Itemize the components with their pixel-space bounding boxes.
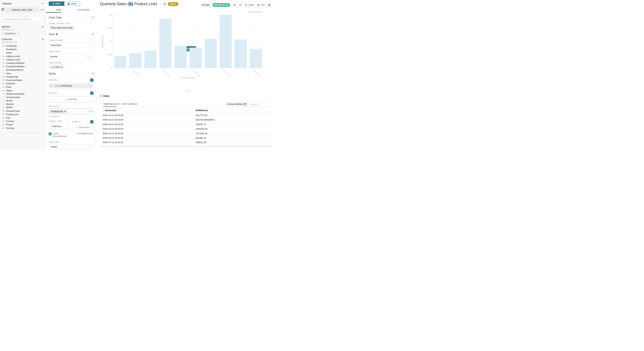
table-scrollbar[interactable] [100, 146, 273, 147]
data-search-input[interactable] [249, 102, 271, 107]
copy-link-button[interactable] [232, 2, 237, 8]
group-by-select[interactable]: ProductLine ✕ ✕ [49, 108, 94, 114]
add-sort-metric-button[interactable]: + [90, 120, 94, 124]
chevron-up-icon[interactable] [42, 38, 44, 40]
bar[interactable] [130, 53, 142, 68]
add-metric-button[interactable]: + [90, 78, 94, 82]
column-item[interactable]: ABCDealSize [0, 82, 46, 85]
column-item[interactable]: ABCContactLastName [0, 61, 46, 65]
export-json-button[interactable]: .JSON [244, 2, 256, 8]
favorite-star-icon[interactable]: ☆ [159, 2, 162, 6]
dataset-menu-icon[interactable]: ●●● [40, 9, 44, 11]
bar[interactable] [220, 14, 232, 68]
series-limit-select[interactable]: 7 option(s) [49, 124, 70, 129]
bar[interactable] [190, 48, 202, 68]
column-item[interactable]: PriceEach [0, 48, 46, 51]
metric-chip[interactable]: ✕ ƒ(x) SUM(Sales) › [50, 84, 93, 88]
tab-view-samples[interactable]: VIEW SAMPLES [122, 103, 138, 105]
column-item[interactable]: ABCCustomerName [0, 78, 46, 82]
tab-customize[interactable]: CUSTOMIZE [71, 8, 96, 12]
column-item[interactable]: #OrderNumber [0, 96, 46, 99]
add-filter-dropzone[interactable]: + Add filter [50, 96, 93, 102]
text-type-icon: ABC [1, 62, 6, 64]
x-axis-title: Quarter starting [179, 77, 197, 79]
column-item[interactable]: ABCCity [0, 116, 46, 120]
data-collapse-header[interactable]: Data [100, 94, 109, 98]
chevron-up-icon[interactable] [92, 34, 94, 36]
time-grain-select[interactable]: quarter ✕ [49, 54, 94, 59]
time-header: Time [49, 33, 54, 36]
column-item[interactable]: ABCProductCode [0, 109, 46, 113]
chart-menu-button[interactable] [266, 2, 272, 8]
column-item[interactable]: ABCStatus [0, 89, 46, 92]
bar[interactable] [250, 49, 262, 68]
bar[interactable] [205, 39, 217, 68]
panel-resize-handle[interactable] [186, 90, 190, 92]
bar[interactable] [235, 40, 247, 68]
column-item[interactable]: ABCTerritory [0, 126, 46, 130]
column-item[interactable]: ABCPhone [0, 123, 46, 126]
column-item[interactable]: #Quarter [0, 102, 46, 106]
contribution-checkbox[interactable] [72, 132, 75, 135]
column-item[interactable]: ABCContactFirstName [0, 65, 46, 68]
copy-data-button[interactable] [243, 102, 248, 106]
column-item[interactable]: ABCAddressLine2 [0, 58, 46, 61]
column-item[interactable]: ABCProductLine [0, 113, 46, 116]
chevron-up-icon[interactable] [92, 17, 94, 19]
column-header-sum-sales[interactable]: SUM(Sales) [196, 109, 210, 112]
column-item[interactable]: #Month [0, 99, 46, 102]
column-item[interactable]: #OrderLineNumber [0, 92, 46, 96]
row-limit-select[interactable]: 10000 ✕ [49, 144, 94, 150]
bar[interactable] [174, 46, 187, 68]
column-label: Country [6, 120, 14, 122]
embed-code-button[interactable]: </> [237, 2, 244, 8]
column-header-timestamp[interactable]: __timestamp [102, 109, 118, 112]
clear-icon[interactable]: ✕ [87, 146, 89, 148]
chevron-right-icon[interactable]: › [89, 84, 93, 87]
remove-chip-icon[interactable]: ✕ [64, 110, 66, 112]
column-item[interactable]: ABCAddressLine1 [0, 54, 46, 58]
add-filter-button[interactable]: + [90, 92, 94, 95]
sort-descending-checkbox[interactable]: ✓ [49, 132, 52, 135]
chevron-up-icon[interactable] [92, 73, 94, 75]
altered-badge[interactable]: Altered [168, 2, 178, 6]
column-item[interactable]: ABCPostalCode [0, 75, 46, 78]
time-column-select[interactable]: OrderDate [49, 42, 94, 48]
legend[interactable]: SUM(Sales) [248, 11, 262, 14]
clear-icon[interactable]: ✕ [87, 55, 89, 58]
bar[interactable] [144, 51, 156, 68]
viz-type-value[interactable]: Time-series Bar Chart [49, 26, 75, 30]
column-item[interactable]: OrderDate [0, 44, 46, 48]
export-csv-button[interactable]: .CSV [256, 2, 266, 8]
collapse-panel-icon[interactable]: ⇤ [42, 2, 44, 5]
tab-view-results[interactable]: VIEW RESULTS [103, 103, 119, 105]
time-range-value[interactable]: -∞ ≤ col < ∞ [49, 65, 65, 69]
column-item[interactable]: #QuantityOrdered [0, 68, 46, 72]
clear-icon[interactable]: ✕ [87, 110, 89, 113]
column-item[interactable]: #MSRP [0, 106, 46, 109]
column-item[interactable]: #Year [0, 72, 46, 75]
sort-by-dropzone[interactable]: + Add metric [72, 124, 94, 130]
chevron-up-icon[interactable] [42, 26, 44, 28]
contribution-label[interactable]: CONTRIBUTION [76, 132, 93, 135]
x-tick-label: 04/01/2003 [132, 69, 140, 77]
sort-descending-label[interactable]: SORT DESCENDING [53, 132, 70, 138]
help-icon[interactable]: ? [17, 32, 20, 35]
edit-properties-icon[interactable] [164, 2, 166, 6]
sort-icon [209, 110, 210, 111]
save-button[interactable]: + SAVE [64, 2, 80, 6]
column-item[interactable]: Sales [0, 51, 46, 54]
numeric-type-icon: # [1, 96, 6, 98]
metric-item[interactable]: ƒ COUNT(*) ? [0, 32, 46, 36]
column-item[interactable]: ABCState [0, 85, 46, 89]
chart-title[interactable]: Quarterly Sales (By Product Line) [100, 2, 157, 6]
tab-data[interactable]: DATA [46, 8, 71, 12]
dataset-name[interactable]: cleaned_sales_data [5, 7, 39, 12]
metrics-columns-search-input[interactable] [2, 16, 44, 22]
bar[interactable] [160, 19, 172, 68]
run-button[interactable]: RUN [49, 2, 64, 6]
group-by-chip[interactable]: ProductLine ✕ [50, 110, 67, 113]
bar[interactable] [114, 56, 126, 68]
column-item[interactable]: ABCCountry [0, 120, 46, 123]
remove-metric-icon[interactable]: ✕ [50, 84, 54, 87]
